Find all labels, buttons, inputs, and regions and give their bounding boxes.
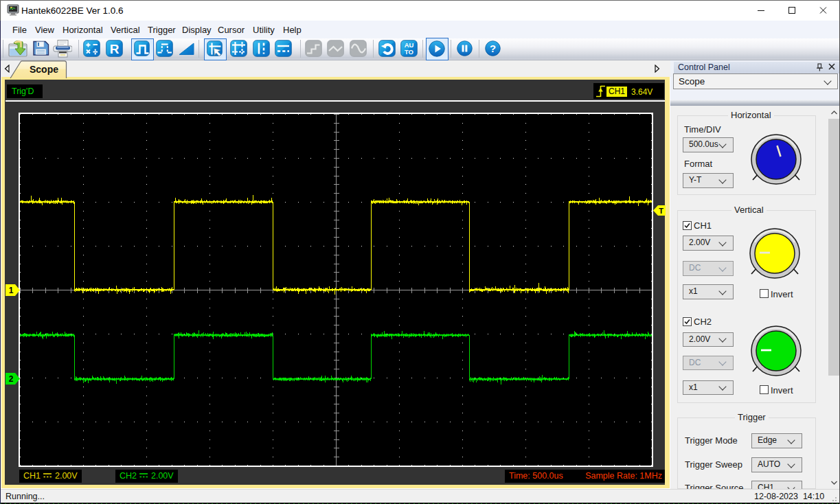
svg-text:T: T [659, 207, 663, 215]
svg-text:1: 1 [9, 286, 14, 295]
svg-text:TO: TO [405, 48, 413, 56]
svg-text:2: 2 [9, 374, 14, 384]
svg-text:?: ? [490, 43, 496, 54]
svg-text:R: R [110, 42, 120, 56]
svg-text:Scope: Scope [30, 64, 58, 75]
